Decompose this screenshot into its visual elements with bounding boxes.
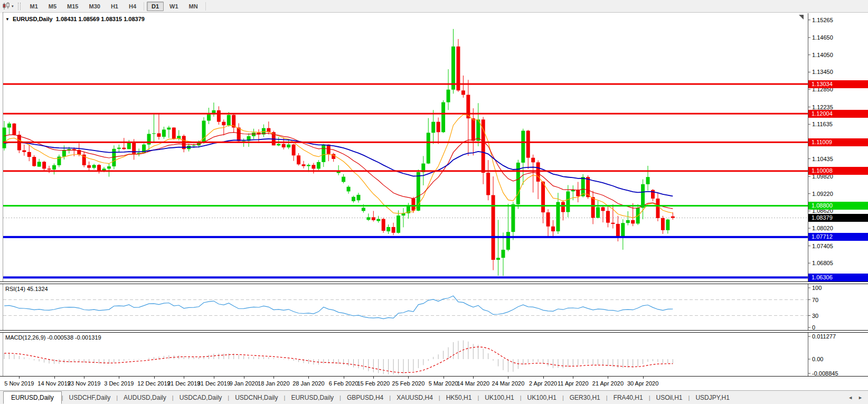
tab-usdjpy-h1[interactable]: USDJPY,H1 xyxy=(690,392,735,403)
candle-body xyxy=(227,115,231,126)
date-axis-tick xyxy=(119,377,119,379)
tab-xauusd-h4[interactable]: XAUUSD,H4 xyxy=(391,392,439,403)
timeframe-button-w1[interactable]: W1 xyxy=(165,2,183,11)
candle-body xyxy=(122,148,126,149)
tabs-scroll-right-button[interactable]: ► xyxy=(858,395,863,400)
candle-body xyxy=(626,220,630,223)
date-axis-tick xyxy=(473,377,474,379)
panel-splitter[interactable] xyxy=(0,281,868,284)
candle-body xyxy=(581,177,585,196)
candle-body xyxy=(427,133,430,163)
tab-uk100-h1[interactable]: UK100,H1 xyxy=(522,392,562,403)
date-axis-label: 9 Jan 2020 xyxy=(229,380,258,387)
date-axis-tick xyxy=(444,377,444,379)
hline-1.06306[interactable] xyxy=(3,276,808,278)
rsi-axis-label: 30 xyxy=(812,313,818,319)
hline-1.08800[interactable] xyxy=(3,205,808,206)
toolbar-separator xyxy=(144,2,144,11)
candle-body xyxy=(117,148,121,149)
tab-uk100-h1[interactable]: UK100,H1 xyxy=(479,392,520,403)
hline-1.07712[interactable] xyxy=(3,236,808,238)
candle-body xyxy=(496,258,500,260)
date-axis-tick xyxy=(154,377,155,379)
price-axis-label: 1.14050 xyxy=(812,52,833,58)
tab-ger30-h1[interactable]: GER30,H1 xyxy=(564,392,606,403)
tab-eurusd-daily[interactable]: EURUSD,Daily xyxy=(285,392,339,403)
chart-type-button[interactable]: ▾ xyxy=(0,1,17,12)
hline-1.10008[interactable] xyxy=(3,170,808,172)
candle-body xyxy=(656,199,659,218)
candle-body xyxy=(27,152,31,157)
macd-panel[interactable]: 0.0112770.00-0.008845 xyxy=(0,332,868,376)
date-axis-label: 23 Nov 2019 xyxy=(68,380,100,387)
price-badge-1.06306: 1.06306 xyxy=(808,274,868,281)
hline-1.11009[interactable] xyxy=(3,142,808,143)
timeframe-button-d1[interactable]: D1 xyxy=(147,2,164,11)
date-axis-tick xyxy=(214,377,214,379)
current-price-badge: 1.08379 xyxy=(808,214,868,222)
timeframe-button-m30[interactable]: M30 xyxy=(84,2,105,11)
candle-body xyxy=(621,223,625,236)
candle-body xyxy=(616,224,620,236)
hline-1.12004[interactable] xyxy=(3,113,808,115)
panel-splitter[interactable] xyxy=(0,330,868,333)
timeframe-button-m15[interactable]: M15 xyxy=(62,2,83,11)
candle-body xyxy=(162,129,166,137)
date-axis-label: 6 Feb 2020 xyxy=(329,380,358,387)
candle-body xyxy=(366,217,370,220)
candle-body xyxy=(561,202,565,212)
hline-1.13034[interactable] xyxy=(3,83,808,85)
price-chart-panel[interactable]: 1.152651.146501.140501.134501.128501.122… xyxy=(0,13,868,283)
timeframe-button-h4[interactable]: H4 xyxy=(124,2,141,11)
candle-body xyxy=(317,162,320,169)
macd-label: MACD(12,26,9) -0.000538 -0.001319 xyxy=(5,334,101,341)
timeframe-button-mn[interactable]: MN xyxy=(184,2,203,11)
date-axis-tick xyxy=(19,377,20,379)
date-axis-label: 5 Nov 2019 xyxy=(4,380,34,387)
candle-body xyxy=(222,122,225,126)
collapse-arrow-icon[interactable]: ▼ xyxy=(5,17,10,22)
candle-body xyxy=(541,182,545,212)
price-axis-label: 1.08020 xyxy=(812,225,833,231)
tab-gbpusd-h4[interactable]: GBPUSD,H4 xyxy=(341,392,389,403)
date-axis-tick xyxy=(543,377,544,379)
candle-body xyxy=(297,155,300,164)
rsi-panel[interactable]: 10070300 xyxy=(0,284,868,330)
tab-eurusd-daily[interactable]: EURUSD,Daily xyxy=(3,391,62,404)
chart-shift-marker-icon[interactable] xyxy=(799,15,804,20)
date-axis-label: 12 Dec 2019 xyxy=(137,380,170,387)
date-axis-tick xyxy=(373,377,374,379)
price-badge-1.08800: 1.08800 xyxy=(808,202,868,210)
timeframe-button-m1[interactable]: M1 xyxy=(25,2,43,11)
date-axis-label: 11 Apr 2020 xyxy=(558,380,589,387)
timeframe-button-h1[interactable]: H1 xyxy=(106,2,123,11)
tab-usdchf-daily[interactable]: USDCHF,Daily xyxy=(63,392,117,403)
candle-body xyxy=(42,162,46,168)
candle-body xyxy=(287,145,290,147)
candle-body xyxy=(22,151,26,152)
tab-usdcnh-daily[interactable]: USDCNH,Daily xyxy=(229,392,284,403)
candle-body xyxy=(526,131,530,158)
timeframe-button-m5[interactable]: M5 xyxy=(44,2,61,11)
tab-fra40-h1[interactable]: FRA40,H1 xyxy=(608,392,649,403)
tab-audusd-daily[interactable]: AUDUSD,Daily xyxy=(118,392,172,403)
candlestick-chart-icon xyxy=(2,2,11,10)
candle-body xyxy=(92,165,96,167)
date-axis-tick xyxy=(54,377,55,379)
candle-body xyxy=(376,219,380,221)
candle-body xyxy=(157,133,161,137)
candle-body xyxy=(87,165,91,168)
candle-body xyxy=(661,218,665,230)
tab-hk50-h1[interactable]: HK50,H1 xyxy=(440,392,478,403)
candle-body xyxy=(646,177,650,184)
tab-usdcad-daily[interactable]: USDCAD,Daily xyxy=(174,392,228,403)
tabs-scroll-left-button[interactable]: ◄ xyxy=(848,395,853,400)
tab-usoil-h1[interactable]: USOil,H1 xyxy=(650,392,688,403)
date-axis-tick xyxy=(273,377,274,379)
candle-body xyxy=(97,165,101,171)
candle-body xyxy=(502,250,505,258)
toolbar-grip[interactable] xyxy=(18,3,21,10)
date-axis-label: 5 Mar 2020 xyxy=(429,380,458,387)
candle-body xyxy=(372,217,375,220)
candle-body xyxy=(471,118,475,140)
